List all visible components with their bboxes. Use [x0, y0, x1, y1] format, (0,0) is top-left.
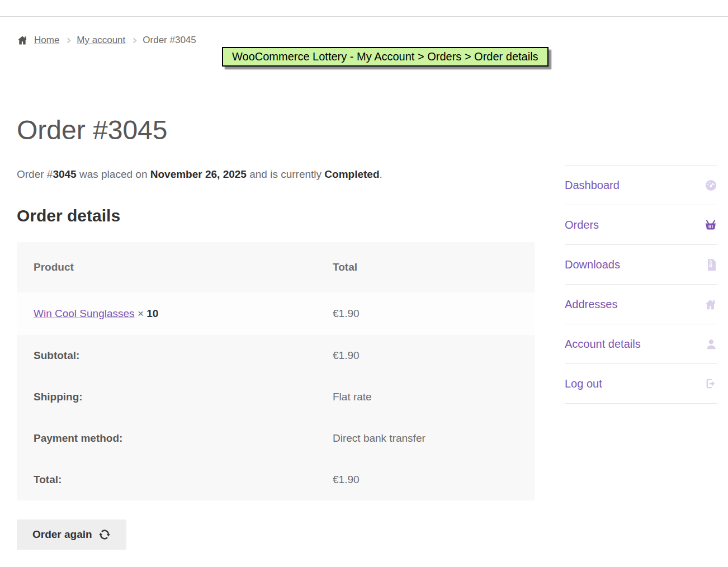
user-icon: [705, 338, 717, 351]
summary-period: .: [380, 168, 382, 180]
summary-order-number: 3045: [53, 168, 76, 180]
sidebar-item-label[interactable]: Log out: [565, 377, 602, 390]
chevron-right-icon: [131, 37, 137, 43]
breadcrumb-current: Order #3045: [143, 34, 196, 47]
multiply-symbol: ×: [138, 308, 144, 319]
total-row: Total: €1.90: [17, 459, 535, 500]
column-header-product: Product: [17, 242, 316, 292]
shipping-value: Flat rate: [316, 376, 535, 418]
product-cell: Win Cool Sunglasses × 10: [17, 292, 316, 335]
shipping-row: Shipping: Flat rate: [17, 376, 535, 418]
account-sidebar: Dashboard: [565, 47, 717, 550]
payment-method-value: Direct bank transfer: [316, 418, 535, 459]
sidebar-item-downloads[interactable]: Downloads: [565, 245, 717, 285]
breadcrumb: Home My account Order #3045: [17, 34, 728, 47]
sidebar-item-label[interactable]: Downloads: [565, 258, 620, 271]
total-label: Total:: [17, 459, 316, 500]
basket-icon: [704, 218, 717, 231]
page-title: Order #3045: [17, 114, 535, 147]
sidebar-item-label[interactable]: Account details: [565, 338, 641, 351]
shipping-label: Shipping:: [17, 376, 316, 418]
table-header-row: Product Total: [17, 242, 535, 292]
product-link[interactable]: Win Cool Sunglasses: [34, 308, 135, 319]
order-table: Product Total Win Cool Sunglasses × 10 €…: [17, 242, 535, 500]
sync-icon: [98, 528, 111, 541]
summary-date: November 26, 2025: [150, 168, 247, 180]
order-content: Order #3045 Order #3045 was placed on No…: [17, 47, 535, 550]
product-row: Win Cool Sunglasses × 10 €1.90: [17, 292, 535, 335]
column-header-total: Total: [316, 242, 535, 292]
sidebar-item-log-out[interactable]: Log out: [565, 364, 717, 404]
gauge-icon: [705, 179, 717, 192]
zip-file-icon: [706, 258, 717, 271]
sign-out-icon: [705, 377, 717, 390]
breadcrumb-home-link[interactable]: Home: [34, 34, 59, 47]
sidebar-item-orders[interactable]: Orders: [565, 205, 717, 245]
subtotal-label: Subtotal:: [17, 335, 316, 376]
breadcrumb-my-account-link[interactable]: My account: [77, 34, 125, 47]
product-total: €1.90: [316, 292, 535, 335]
summary-status: Completed: [324, 168, 379, 180]
sidebar-item-account-details[interactable]: Account details: [565, 324, 717, 364]
summary-status-text: and is currently: [247, 168, 324, 180]
payment-method-label: Payment method:: [17, 418, 316, 459]
subtotal-value: €1.90: [316, 335, 535, 376]
order-summary: Order #3045 was placed on November 26, 2…: [17, 167, 535, 182]
annotation-overlay: WooCommerce Lottery - My Account > Order…: [222, 47, 549, 67]
sidebar-item-label[interactable]: Orders: [565, 219, 599, 231]
payment-method-row: Payment method: Direct bank transfer: [17, 418, 535, 459]
summary-placed-text: was placed on: [77, 168, 150, 180]
main-row: Order #3045 Order #3045 was placed on No…: [0, 47, 728, 550]
sidebar-item-addresses[interactable]: Addresses: [565, 285, 717, 324]
home-icon: [17, 35, 28, 46]
order-again-label: Order again: [32, 527, 92, 542]
product-quantity: 10: [146, 308, 158, 319]
chevron-right-icon: [65, 37, 71, 43]
sidebar-item-dashboard[interactable]: Dashboard: [565, 166, 717, 205]
order-again-button[interactable]: Order again: [17, 519, 126, 550]
top-border: [0, 0, 728, 17]
home-icon: [703, 298, 717, 311]
account-navigation: Dashboard: [565, 165, 717, 404]
sidebar-item-label[interactable]: Addresses: [565, 298, 618, 311]
order-details-heading: Order details: [17, 205, 535, 226]
summary-prefix: Order #: [17, 168, 53, 180]
subtotal-row: Subtotal: €1.90: [17, 335, 535, 376]
sidebar-item-label[interactable]: Dashboard: [565, 179, 620, 192]
total-value: €1.90: [316, 459, 535, 500]
